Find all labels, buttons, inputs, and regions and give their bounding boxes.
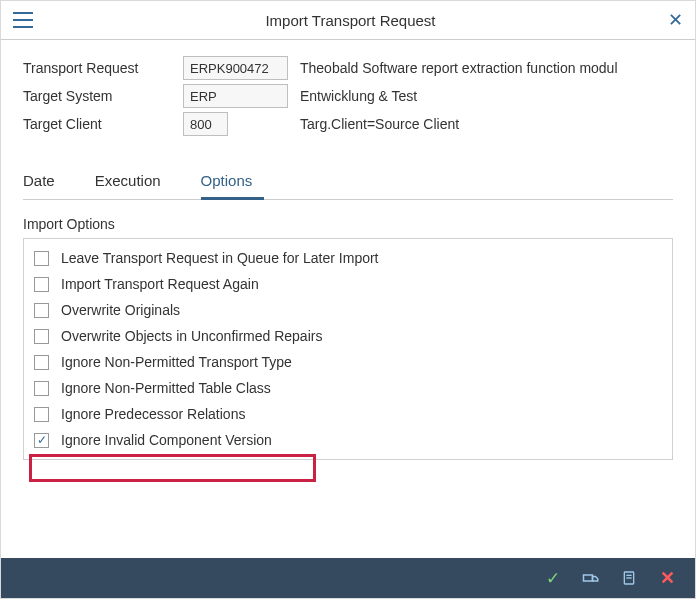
input-target-client[interactable] [183, 112, 228, 136]
option-label: Ignore Predecessor Relations [61, 406, 245, 422]
option-label: Overwrite Objects in Unconfirmed Repairs [61, 328, 322, 344]
transport-icon[interactable] [577, 564, 605, 592]
tab-execution[interactable]: Execution [95, 164, 173, 199]
dialog-header: Import Transport Request ✕ [1, 1, 695, 40]
row-transport-request: Transport Request Theobald Software repo… [23, 56, 673, 80]
row-target-system: Target System Entwicklung & Test [23, 84, 673, 108]
label-target-system: Target System [23, 88, 183, 104]
options-box: Leave Transport Request in Queue for Lat… [23, 238, 673, 460]
option-label: Ignore Non-Permitted Transport Type [61, 354, 292, 370]
label-target-client: Target Client [23, 116, 183, 132]
checkbox-overwrite-unconfirmed[interactable] [34, 329, 49, 344]
checkbox-overwrite-originals[interactable] [34, 303, 49, 318]
checkbox-import-again[interactable] [34, 277, 49, 292]
option-label: Leave Transport Request in Queue for Lat… [61, 250, 379, 266]
option-ignore-table-class: Ignore Non-Permitted Table Class [34, 375, 662, 401]
input-transport-request[interactable] [183, 56, 288, 80]
desc-target-system: Entwicklung & Test [300, 88, 417, 104]
option-leave-in-queue: Leave Transport Request in Queue for Lat… [34, 245, 662, 271]
svg-rect-0 [584, 575, 593, 581]
input-target-system[interactable] [183, 84, 288, 108]
options-title: Import Options [23, 216, 673, 232]
option-ignore-predecessor: Ignore Predecessor Relations [34, 401, 662, 427]
checkbox-ignore-predecessor[interactable] [34, 407, 49, 422]
option-ignore-transport-type: Ignore Non-Permitted Transport Type [34, 349, 662, 375]
row-target-client: Target Client Targ.Client=Source Client [23, 112, 673, 136]
dialog-footer: ✓ ✕ [1, 558, 695, 598]
option-ignore-invalid-component: Ignore Invalid Component Version [34, 427, 662, 453]
checkbox-ignore-table-class[interactable] [34, 381, 49, 396]
checkbox-leave-in-queue[interactable] [34, 251, 49, 266]
desc-transport-request: Theobald Software report extraction func… [300, 60, 618, 76]
confirm-icon[interactable]: ✓ [539, 564, 567, 592]
option-overwrite-unconfirmed: Overwrite Objects in Unconfirmed Repairs [34, 323, 662, 349]
desc-target-client: Targ.Client=Source Client [300, 116, 459, 132]
log-icon[interactable] [615, 564, 643, 592]
checkbox-ignore-invalid-component[interactable] [34, 433, 49, 448]
option-label: Ignore Invalid Component Version [61, 432, 272, 448]
tab-strip: Date Execution Options [23, 164, 673, 200]
close-icon[interactable]: ✕ [668, 9, 683, 31]
dialog-content: Transport Request Theobald Software repo… [1, 40, 695, 460]
option-label: Ignore Non-Permitted Table Class [61, 380, 271, 396]
dialog-title: Import Transport Request [33, 12, 668, 29]
checkbox-ignore-transport-type[interactable] [34, 355, 49, 370]
option-label: Overwrite Originals [61, 302, 180, 318]
label-transport-request: Transport Request [23, 60, 183, 76]
option-import-again: Import Transport Request Again [34, 271, 662, 297]
option-overwrite-originals: Overwrite Originals [34, 297, 662, 323]
menu-icon[interactable] [13, 12, 33, 28]
option-label: Import Transport Request Again [61, 276, 259, 292]
tab-date[interactable]: Date [23, 164, 67, 199]
tab-options[interactable]: Options [201, 164, 265, 200]
cancel-icon[interactable]: ✕ [653, 564, 681, 592]
